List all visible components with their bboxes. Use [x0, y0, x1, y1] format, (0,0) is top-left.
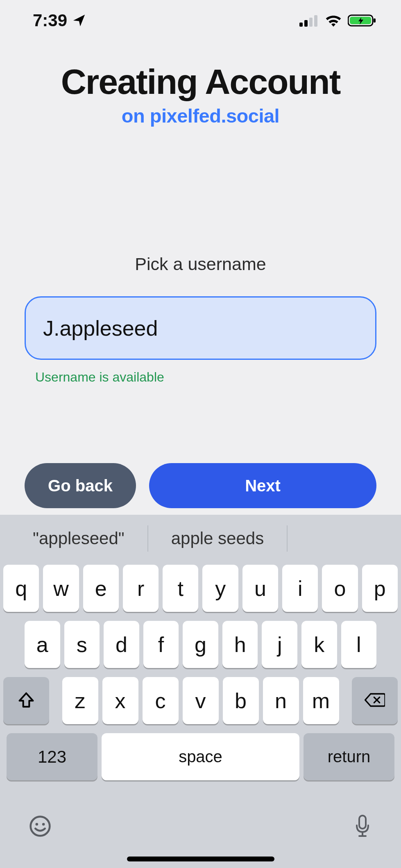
- svg-rect-1: [304, 20, 308, 27]
- key-m[interactable]: m: [303, 677, 339, 724]
- key-row-3-letters: z x c v b n m: [53, 677, 348, 724]
- backspace-icon: [365, 692, 385, 709]
- key-x[interactable]: x: [102, 677, 138, 724]
- key-i[interactable]: i: [282, 565, 318, 612]
- key-k[interactable]: k: [301, 621, 337, 668]
- key-f[interactable]: f: [143, 621, 179, 668]
- key-e[interactable]: e: [83, 565, 119, 612]
- key-rows: q w e r t y u i o p a s d f g h j k l: [0, 562, 401, 780]
- shift-key[interactable]: [3, 677, 49, 724]
- suggestion-item[interactable]: apple seeds: [148, 524, 287, 553]
- key-row-3: z x c v b n m: [3, 677, 398, 724]
- key-j[interactable]: j: [262, 621, 297, 668]
- status-bar: 7:39: [0, 0, 401, 41]
- key-a[interactable]: a: [25, 621, 60, 668]
- svg-rect-0: [299, 23, 303, 27]
- username-availability: Username is available: [35, 370, 376, 385]
- key-n[interactable]: n: [263, 677, 299, 724]
- emoji-icon[interactable]: [29, 815, 52, 839]
- svg-point-9: [42, 823, 45, 826]
- svg-rect-2: [309, 18, 313, 27]
- key-z[interactable]: z: [62, 677, 98, 724]
- key-q[interactable]: q: [3, 565, 39, 612]
- key-u[interactable]: u: [242, 565, 278, 612]
- button-row: Go back Next: [0, 463, 401, 508]
- svg-rect-10: [359, 816, 366, 829]
- key-l[interactable]: l: [341, 621, 377, 668]
- suggestion-divider: [287, 525, 288, 552]
- key-o[interactable]: o: [322, 565, 358, 612]
- key-t[interactable]: t: [163, 565, 198, 612]
- key-p[interactable]: p: [362, 565, 398, 612]
- svg-point-8: [36, 823, 39, 826]
- keyboard: "appleseed" apple seeds q w e r t y u i …: [0, 515, 401, 868]
- battery-charging-icon: [348, 14, 376, 27]
- key-w[interactable]: w: [43, 565, 79, 612]
- title-block: Creating Account on pixelfed.social: [25, 61, 376, 127]
- key-y[interactable]: y: [202, 565, 238, 612]
- svg-rect-5: [374, 18, 376, 23]
- key-v[interactable]: v: [183, 677, 219, 724]
- wifi-icon: [325, 14, 342, 27]
- status-left: 7:39: [33, 11, 86, 30]
- cellular-icon: [299, 14, 319, 27]
- numbers-key[interactable]: 123: [7, 733, 97, 780]
- key-r[interactable]: r: [123, 565, 159, 612]
- page-subtitle: on pixelfed.social: [25, 105, 376, 127]
- status-time: 7:39: [33, 11, 67, 30]
- go-back-button[interactable]: Go back: [25, 463, 136, 508]
- dictation-mic-icon[interactable]: [353, 814, 372, 840]
- key-s[interactable]: s: [64, 621, 100, 668]
- space-key[interactable]: space: [102, 733, 299, 780]
- page-title: Creating Account: [25, 61, 376, 102]
- username-input[interactable]: [25, 296, 376, 360]
- key-b[interactable]: b: [223, 677, 259, 724]
- svg-rect-3: [314, 15, 317, 27]
- shift-icon: [17, 691, 35, 711]
- backspace-key[interactable]: [352, 677, 398, 724]
- suggestion-item[interactable]: "appleseed": [10, 524, 147, 553]
- key-h[interactable]: h: [222, 621, 258, 668]
- home-indicator[interactable]: [127, 857, 274, 861]
- return-key[interactable]: return: [304, 733, 394, 780]
- key-d[interactable]: d: [104, 621, 139, 668]
- next-button[interactable]: Next: [149, 463, 376, 508]
- key-c[interactable]: c: [143, 677, 179, 724]
- key-row-2: a s d f g h j k l: [3, 621, 398, 668]
- key-g[interactable]: g: [183, 621, 218, 668]
- main-content: Creating Account on pixelfed.social Pick…: [0, 61, 401, 385]
- username-prompt: Pick a username: [25, 254, 376, 274]
- suggestion-bar: "appleseed" apple seeds: [0, 515, 401, 562]
- location-icon: [72, 14, 86, 27]
- key-row-1: q w e r t y u i o p: [3, 565, 398, 612]
- status-right: [299, 14, 376, 27]
- key-row-4: 123 space return: [3, 733, 398, 780]
- svg-point-7: [31, 817, 50, 836]
- username-input-wrap: Username is available: [25, 296, 376, 385]
